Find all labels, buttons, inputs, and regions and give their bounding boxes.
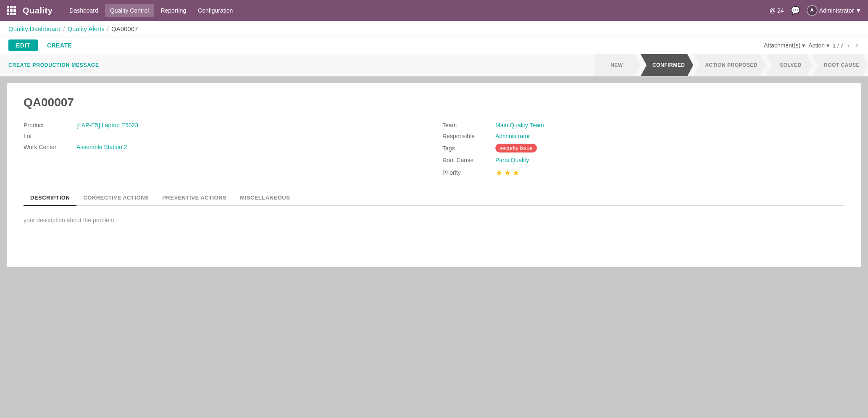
edit-button[interactable]: EDIT [8, 39, 38, 51]
notifications-badge[interactable]: @ 24 [770, 7, 784, 14]
work-center-label: Work Center [24, 144, 70, 150]
field-work-center: Work Center Assemble Station 2 [24, 144, 426, 150]
main-content: QA00007 Product [LAP-E5] Laptop E5023 Lo… [0, 76, 868, 410]
priority-label: Priority [442, 169, 489, 176]
root-cause-value[interactable]: Parts Quality [495, 157, 529, 163]
attachments-button[interactable]: Attachment(s) ▾ [764, 42, 805, 49]
username-label: Administrator [819, 7, 854, 14]
action-label: Action [808, 42, 825, 49]
user-dropdown-chevron: ▼ [855, 7, 861, 14]
lot-label: Lot [24, 133, 70, 139]
breadcrumb-current: QA00007 [111, 25, 138, 32]
attachments-label: Attachment(s) [764, 42, 800, 49]
record-card: QA00007 Product [LAP-E5] Laptop E5023 Lo… [7, 83, 861, 267]
status-step-action-proposed[interactable]: ACTION PROPOSED [693, 54, 766, 76]
topnav-right: @ 24 💬 A Administrator ▼ [770, 5, 861, 16]
status-step-confirmed[interactable]: CONFIRMED [641, 54, 693, 76]
breadcrumb-quality-alerts[interactable]: Quality Alerts [67, 25, 104, 32]
status-bar-left: CREATE PRODUCTION MESSAGE [0, 54, 594, 76]
status-step-root-cause[interactable]: ROOT CAUSE [812, 54, 868, 76]
work-center-value[interactable]: Assemble Station 2 [76, 144, 127, 150]
responsible-label: Responsible [442, 133, 489, 139]
top-navigation: Quality Dashboard Quality Control Report… [0, 0, 868, 21]
attachments-chevron-icon: ▾ [802, 42, 805, 49]
breadcrumb-sep-2: / [107, 25, 109, 32]
status-step-action-proposed-label: ACTION PROPOSED [705, 62, 758, 68]
product-label: Product [24, 122, 70, 129]
status-step-new[interactable]: NEW [594, 54, 641, 76]
status-step-root-cause-label: ROOT CAUSE [824, 62, 860, 68]
at-sign-icon: @ [770, 7, 776, 14]
field-responsible: Responsible Administrator [442, 133, 844, 139]
menu-item-configuration[interactable]: Configuration [193, 4, 238, 17]
notifications-count: 24 [777, 7, 784, 14]
avatar: A [807, 5, 818, 16]
field-tags: Tags security issue [442, 144, 844, 152]
star-1[interactable]: ★ [495, 168, 503, 178]
brand-logo: Quality [23, 6, 53, 16]
status-step-new-label: NEW [610, 62, 623, 68]
tab-preventive-actions[interactable]: PREVENTIVE ACTIONS [155, 190, 233, 206]
user-initials: A [810, 8, 814, 13]
pagination-text: 1 / 7 [833, 42, 843, 49]
team-label: Team [442, 122, 489, 129]
fields-grid: Product [LAP-E5] Laptop E5023 Lot Work C… [24, 122, 844, 178]
field-lot: Lot [24, 133, 426, 139]
next-record-button[interactable]: › [854, 41, 860, 50]
breadcrumb: Quality Dashboard / Quality Alerts / QA0… [0, 21, 868, 37]
status-step-solved-label: SOLVED [780, 62, 801, 68]
breadcrumb-sep-1: / [63, 25, 65, 32]
main-menu: Dashboard Quality Control Reporting Conf… [64, 4, 766, 17]
field-team: Team Main Quality Team [442, 122, 844, 129]
product-value[interactable]: [LAP-E5] Laptop E5023 [76, 122, 138, 129]
chat-icon[interactable]: 💬 [791, 6, 800, 15]
tags-label: Tags [442, 145, 489, 152]
priority-stars[interactable]: ★ ★ ★ [495, 168, 520, 178]
apps-grid-icon[interactable] [7, 6, 16, 15]
right-fields: Team Main Quality Team Responsible Admin… [442, 122, 844, 178]
action-bar: EDIT CREATE Attachment(s) ▾ Action ▾ 1 /… [0, 37, 868, 54]
description-content: your description about the problem [24, 213, 844, 255]
field-product: Product [LAP-E5] Laptop E5023 [24, 122, 426, 129]
user-menu[interactable]: A Administrator ▼ [807, 5, 861, 16]
tab-miscellaneous[interactable]: MISCELLANEOUS [233, 190, 297, 206]
menu-item-quality-control[interactable]: Quality Control [105, 4, 154, 17]
security-issue-tag[interactable]: security issue [495, 144, 537, 152]
pagination-controls: 1 / 7 ‹ › [833, 41, 860, 50]
action-bar-right: Attachment(s) ▾ Action ▾ 1 / 7 ‹ › [764, 41, 860, 50]
status-step-solved[interactable]: SOLVED [766, 54, 812, 76]
prev-record-button[interactable]: ‹ [846, 41, 851, 50]
status-step-confirmed-label: CONFIRMED [652, 62, 685, 68]
action-button[interactable]: Action ▾ [808, 42, 829, 49]
breadcrumb-quality-dashboard[interactable]: Quality Dashboard [8, 25, 60, 32]
star-3[interactable]: ★ [512, 168, 520, 178]
star-2[interactable]: ★ [504, 168, 511, 178]
menu-item-dashboard[interactable]: Dashboard [64, 4, 103, 17]
record-id: QA00007 [24, 96, 844, 109]
field-priority: Priority ★ ★ ★ [442, 168, 844, 178]
tab-description[interactable]: DESCRIPTION [24, 190, 76, 206]
left-fields: Product [LAP-E5] Laptop E5023 Lot Work C… [24, 122, 426, 178]
field-root-cause: Root Cause Parts Quality [442, 157, 844, 163]
action-chevron-icon: ▾ [826, 42, 829, 49]
team-value[interactable]: Main Quality Team [495, 122, 544, 129]
tab-corrective-actions[interactable]: CORRECTIVE ACTIONS [76, 190, 155, 206]
menu-item-reporting[interactable]: Reporting [155, 4, 191, 17]
responsible-value[interactable]: Administrator [495, 133, 530, 139]
record-tabs: DESCRIPTION CORRECTIVE ACTIONS PREVENTIV… [24, 190, 844, 206]
create-button[interactable]: CREATE [43, 39, 76, 51]
create-production-message-button[interactable]: CREATE PRODUCTION MESSAGE [8, 55, 99, 75]
root-cause-label: Root Cause [442, 157, 489, 163]
status-steps: NEW CONFIRMED ACTION PROPOSED SOLVED ROO… [594, 54, 868, 76]
status-bar: CREATE PRODUCTION MESSAGE NEW CONFIRMED … [0, 54, 868, 76]
